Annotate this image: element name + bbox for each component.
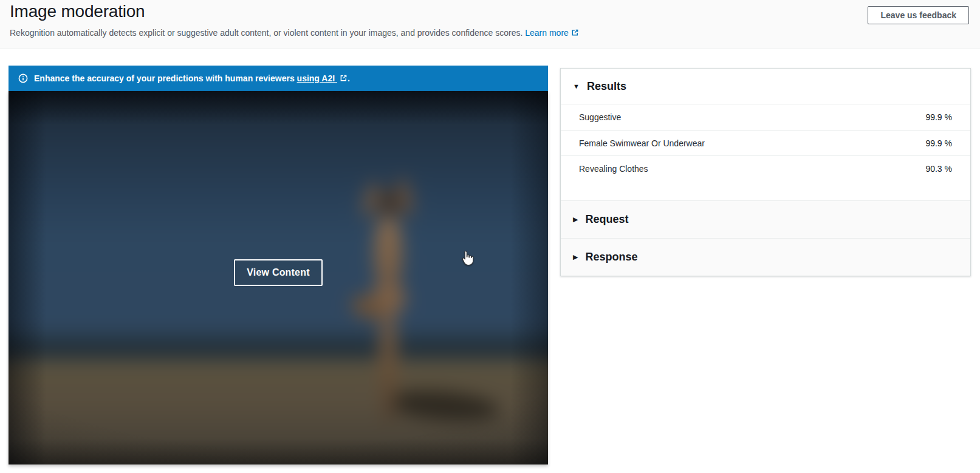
result-label: Suggestive: [579, 112, 621, 122]
page-description: Rekognition automatically detects explic…: [10, 28, 579, 38]
view-content-button[interactable]: View Content: [234, 259, 323, 286]
results-list: Suggestive 99.9 % Female Swimwear Or Und…: [561, 104, 970, 200]
results-panel: ▼ Results Suggestive 99.9 % Female Swimw…: [560, 68, 971, 276]
using-a2i-link[interactable]: using A2I: [297, 73, 348, 83]
moderated-image-preview: View Content: [9, 91, 548, 464]
response-section-header[interactable]: ▶ Response: [561, 238, 970, 276]
results-section-header[interactable]: ▼ Results: [561, 69, 970, 104]
info-icon: [18, 73, 28, 83]
result-confidence: 90.3 %: [925, 164, 952, 174]
result-row: Female Swimwear Or Underwear 99.9 %: [561, 130, 970, 155]
learn-more-link[interactable]: Learn more: [525, 28, 579, 38]
image-moderation-page: Image moderation Rekognition automatical…: [0, 0, 980, 473]
banner-message: Enhance the accuracy of your predictions…: [34, 73, 350, 84]
page-title: Image moderation: [10, 2, 145, 21]
a2i-info-banner: Enhance the accuracy of your predictions…: [9, 66, 548, 91]
result-label: Female Swimwear Or Underwear: [579, 138, 705, 148]
request-title: Request: [585, 213, 628, 226]
external-link-icon: [571, 29, 579, 38]
result-label: Revealing Clothes: [579, 164, 648, 174]
result-confidence: 99.9 %: [925, 138, 952, 148]
results-title: Results: [587, 80, 626, 93]
response-title: Response: [585, 251, 637, 264]
caret-right-icon: ▶: [573, 254, 578, 260]
leave-feedback-button[interactable]: Leave us feedback: [868, 6, 969, 24]
result-confidence: 99.9 %: [925, 112, 952, 122]
result-row: Suggestive 99.9 %: [561, 104, 970, 130]
request-section-header[interactable]: ▶ Request: [561, 200, 970, 238]
caret-right-icon: ▶: [573, 216, 578, 223]
external-link-icon: [340, 74, 348, 84]
result-row: Revealing Clothes 90.3 %: [561, 155, 970, 181]
page-header: Image moderation Rekognition automatical…: [0, 0, 980, 49]
caret-down-icon: ▼: [573, 83, 580, 90]
